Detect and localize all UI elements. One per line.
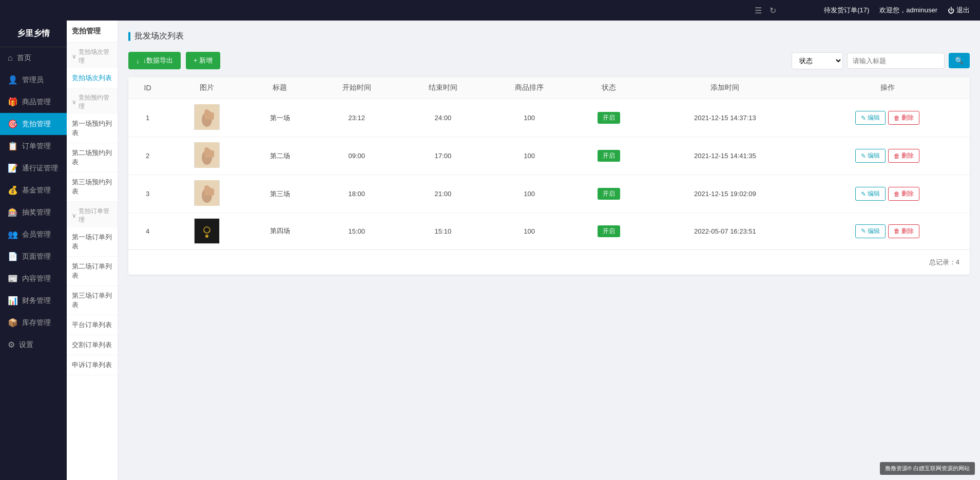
lottery-icon: 🎰 xyxy=(8,207,18,217)
trash-icon: 🗑 xyxy=(894,227,900,235)
delete-button[interactable]: 🗑删除 xyxy=(888,149,919,163)
cell-title: 第二场 xyxy=(246,137,314,175)
cell-image xyxy=(167,175,246,213)
pencil-icon: ✎ xyxy=(861,227,866,235)
cell-id: 2 xyxy=(128,137,167,175)
sidebar-logo: 乡里乡情 xyxy=(0,21,67,47)
cell-title: 第一场 xyxy=(246,99,314,137)
fund-icon: 💰 xyxy=(8,185,18,195)
chevron-down-icon-3: ∨ xyxy=(72,212,76,219)
edit-button[interactable]: ✎编辑 xyxy=(855,149,886,163)
sidebar-item-content[interactable]: 📰 内容管理 xyxy=(0,267,67,290)
sidebar-item-lottery[interactable]: 🎰 抽奖管理 xyxy=(0,201,67,223)
sidebar-item-finance[interactable]: 📊 财务管理 xyxy=(0,290,67,312)
products-icon: 🎁 xyxy=(8,97,18,107)
cell-status: 开启 xyxy=(572,137,645,175)
sidebar-item-admin[interactable]: 👤 管理员 xyxy=(0,69,67,91)
sec-item-session-list[interactable]: 竞拍场次列表 xyxy=(67,68,118,88)
settings-icon: ⚙ xyxy=(8,340,15,350)
header-controls: ☰ ↻ xyxy=(747,6,814,15)
pending-orders[interactable]: 待发货订单(17) xyxy=(824,6,869,15)
product-image-light xyxy=(194,180,220,206)
cell-id: 3 xyxy=(128,175,167,213)
col-image: 图片 xyxy=(167,77,246,99)
delete-button[interactable]: 🗑删除 xyxy=(888,187,919,201)
cell-sort: 100 xyxy=(486,99,572,137)
cell-action: ✎编辑🗑删除 xyxy=(805,175,970,213)
search-icon: 🔍 xyxy=(955,56,964,65)
sidebar-item-orders[interactable]: 📋 订单管理 xyxy=(0,135,67,157)
refresh-icon[interactable]: ↻ xyxy=(770,6,776,15)
sec-item-order-3[interactable]: 第三场订单列表 xyxy=(67,286,118,315)
add-button[interactable]: + 新增 xyxy=(186,52,220,69)
edit-button[interactable]: ✎编辑 xyxy=(855,187,886,201)
menu-toggle-icon[interactable]: ☰ xyxy=(755,6,762,15)
chevron-down-icon-2: ∨ xyxy=(72,99,76,106)
logout-btn[interactable]: ⏻ 退出 xyxy=(948,6,970,15)
svg-rect-8 xyxy=(208,149,212,158)
col-id: ID xyxy=(128,77,167,99)
status-filter-select[interactable]: 状态 开启 关闭 xyxy=(792,52,843,69)
sidebar-item-member[interactable]: 👥 会员管理 xyxy=(0,223,67,245)
welcome-text: 欢迎您，adminuser xyxy=(879,6,937,15)
col-action: 操作 xyxy=(805,77,970,99)
session-table: ID 图片 标题 开始时间 结束时间 商品排序 状态 添加时间 操作 1 xyxy=(128,77,970,249)
group-auction-sessions[interactable]: ∨ 竞拍场次管理 xyxy=(67,43,118,68)
sidebar-item-settings[interactable]: ⚙ 设置 xyxy=(0,334,67,356)
cell-id: 1 xyxy=(128,99,167,137)
finance-icon: 📊 xyxy=(8,296,18,305)
title-search-input[interactable] xyxy=(847,53,945,69)
edit-button[interactable]: ✎编辑 xyxy=(855,224,886,238)
cell-start-time: 23:12 xyxy=(314,99,400,137)
svg-rect-13 xyxy=(208,187,212,196)
cell-start-time: 09:00 xyxy=(314,137,400,175)
cell-start-time: 18:00 xyxy=(314,175,400,213)
group-auction-reserve[interactable]: ∨ 竞拍预约管理 xyxy=(67,88,118,114)
toolbar: ↓ ↓数据导出 + 新增 状态 开启 关闭 🔍 xyxy=(128,52,970,69)
home-icon: ⌂ xyxy=(8,53,13,63)
secondary-sidebar: 竞拍管理 ∨ 竞拍场次管理 竞拍场次列表 ∨ 竞拍预约管理 第一场预约列表 第二… xyxy=(67,21,118,480)
sidebar-item-certificate[interactable]: 📝 通行证管理 xyxy=(0,157,67,179)
sec-item-order-2[interactable]: 第二场订单列表 xyxy=(67,257,118,286)
sidebar-item-fund[interactable]: 💰 基金管理 xyxy=(0,179,67,201)
sidebar-item-home[interactable]: ⌂ 首页 xyxy=(0,47,67,69)
cell-action: ✎编辑🗑删除 xyxy=(805,213,970,249)
cell-add-time: 2022-05-07 16:23:51 xyxy=(645,213,805,249)
chevron-down-icon: ∨ xyxy=(72,53,76,60)
sidebar-item-auction[interactable]: 🎯 竞拍管理 xyxy=(0,113,67,135)
sec-item-reserve-2[interactable]: 第二场预约列表 xyxy=(67,143,118,172)
sec-item-reserve-1[interactable]: 第一场预约列表 xyxy=(67,114,118,143)
cell-end-time: 24:00 xyxy=(400,99,486,137)
sec-item-complaint-orders[interactable]: 申诉订单列表 xyxy=(67,355,118,375)
table-header-row: ID 图片 标题 开始时间 结束时间 商品排序 状态 添加时间 操作 xyxy=(128,77,970,99)
trash-icon: 🗑 xyxy=(894,190,900,198)
group-auction-orders[interactable]: ∨ 竞拍订单管理 xyxy=(67,202,118,227)
product-image-light xyxy=(194,104,220,130)
sec-item-order-1[interactable]: 第一场订单列表 xyxy=(67,227,118,257)
trash-icon: 🗑 xyxy=(894,114,900,122)
edit-button[interactable]: ✎编辑 xyxy=(855,111,886,125)
cell-title: 第三场 xyxy=(246,175,314,213)
delete-button[interactable]: 🗑删除 xyxy=(888,224,919,238)
cell-image xyxy=(167,137,246,175)
sidebar-item-inventory[interactable]: 📦 库存管理 xyxy=(0,312,67,334)
cell-action: ✎编辑🗑删除 xyxy=(805,137,970,175)
pencil-icon: ✎ xyxy=(861,152,866,160)
sec-item-reserve-3[interactable]: 第三场预约列表 xyxy=(67,172,118,202)
col-end-time: 结束时间 xyxy=(400,77,486,99)
power-icon: ⏻ xyxy=(948,7,954,14)
cell-start-time: 15:00 xyxy=(314,213,400,249)
sidebar-item-products[interactable]: 🎁 商品管理 xyxy=(0,91,67,113)
sec-item-platform-orders[interactable]: 平台订单列表 xyxy=(67,315,118,335)
sec-item-deal-orders[interactable]: 交割订单列表 xyxy=(67,335,118,355)
sidebar-item-page[interactable]: 📄 页面管理 xyxy=(0,245,67,267)
page-icon: 📄 xyxy=(8,252,18,261)
delete-button[interactable]: 🗑删除 xyxy=(888,111,919,125)
export-button[interactable]: ↓ ↓数据导出 xyxy=(128,52,181,69)
search-button[interactable]: 🔍 xyxy=(949,53,970,68)
col-title: 标题 xyxy=(246,77,314,99)
cell-add-time: 2021-12-15 19:02:09 xyxy=(645,175,805,213)
cell-end-time: 21:00 xyxy=(400,175,486,213)
main-content: 批发场次列表 ↓ ↓数据导出 + 新增 状态 开启 关闭 xyxy=(118,21,980,480)
cell-end-time: 17:00 xyxy=(400,137,486,175)
